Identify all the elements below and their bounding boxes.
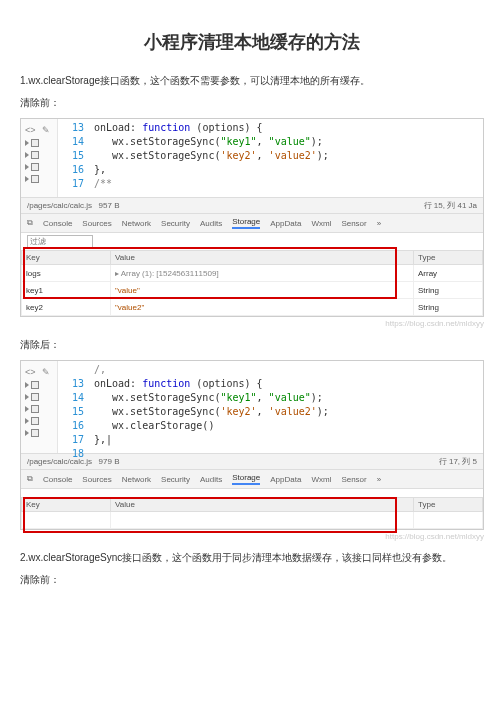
tab-audits[interactable]: Audits <box>200 219 222 228</box>
tree-item-icon[interactable] <box>31 429 39 437</box>
section2-intro: 2.wx.clearStorageSync接口函数，这个函数用于同步清理本地数据… <box>20 551 484 565</box>
col-type[interactable]: Type <box>414 498 483 512</box>
pencil-icon[interactable]: ✎ <box>42 125 50 135</box>
file-path: /pages/calc/calc.js <box>27 457 92 466</box>
nav-arrows-icon[interactable]: <> <box>25 367 36 377</box>
table-row[interactable]: key1"value"String <box>22 282 483 299</box>
ide-screenshot-2: <>✎ 13 14 15 16 17 18 /, onLoad: functio… <box>20 360 484 530</box>
tab-storage[interactable]: Storage <box>232 473 260 485</box>
file-status-bar: /pages/calc/calc.js 979 B 行 17, 列 5 <box>21 453 483 469</box>
tab-sensor[interactable]: Sensor <box>341 475 366 484</box>
code-editor[interactable]: onLoad: function (options) { wx.setStora… <box>90 119 483 197</box>
table-row[interactable]: key2"value2"String <box>22 299 483 316</box>
watermark: https://blog.csdn.net/mldxyy <box>20 532 484 541</box>
filter-input[interactable] <box>27 235 93 248</box>
tab-network[interactable]: Network <box>122 475 151 484</box>
tree-expand-icon[interactable] <box>25 430 29 436</box>
file-size: 957 B <box>99 201 120 210</box>
line-numbers: 13 14 15 16 17 18 <box>58 361 90 453</box>
tab-console[interactable]: Console <box>43 219 72 228</box>
devtools-tabs: ⧉ Console Sources Network Security Audit… <box>21 469 483 488</box>
tree-item-icon[interactable] <box>31 139 39 147</box>
file-size: 979 B <box>99 457 120 466</box>
after-label-1: 清除后： <box>20 338 484 352</box>
tree-expand-icon[interactable] <box>25 382 29 388</box>
cursor-position: 行 17, 列 5 <box>439 456 477 467</box>
table-row <box>22 512 483 529</box>
file-tree-gutter: <>✎ <box>21 119 58 197</box>
tree-expand-icon[interactable] <box>25 152 29 158</box>
col-key[interactable]: Key <box>22 251 111 265</box>
tab-storage[interactable]: Storage <box>232 217 260 229</box>
devtools-tabs: ⧉ Console Sources Network Security Audit… <box>21 213 483 232</box>
devtools-elements-icon[interactable]: ⧉ <box>27 474 33 484</box>
tab-security[interactable]: Security <box>161 475 190 484</box>
tab-more-icon[interactable]: » <box>377 219 381 228</box>
tree-item-icon[interactable] <box>31 393 39 401</box>
tree-expand-icon[interactable] <box>25 164 29 170</box>
code-editor[interactable]: /, onLoad: function (options) { wx.setSt… <box>90 361 483 453</box>
watermark: https://blog.csdn.net/mldxyy <box>20 319 484 328</box>
file-status-bar: /pages/calc/calc.js 957 B 行 15, 列 41 Ja <box>21 197 483 213</box>
table-row[interactable]: logs▸ Array (1): [1524563111509]Array <box>22 265 483 282</box>
devtools-elements-icon[interactable]: ⧉ <box>27 218 33 228</box>
tab-wxml[interactable]: Wxml <box>311 219 331 228</box>
tab-console[interactable]: Console <box>43 475 72 484</box>
tab-more-icon[interactable]: » <box>377 475 381 484</box>
file-path: /pages/calc/calc.js <box>27 201 92 210</box>
col-key[interactable]: Key <box>22 498 111 512</box>
tree-item-icon[interactable] <box>31 175 39 183</box>
before-label-1: 清除前： <box>20 96 484 110</box>
storage-table: Key Value Type logs▸ Array (1): [1524563… <box>21 250 483 316</box>
tab-sources[interactable]: Sources <box>82 475 111 484</box>
page-title: 小程序清理本地缓存的方法 <box>20 30 484 54</box>
col-type[interactable]: Type <box>414 251 483 265</box>
nav-arrows-icon[interactable]: <> <box>25 125 36 135</box>
tab-wxml[interactable]: Wxml <box>311 475 331 484</box>
tree-item-icon[interactable] <box>31 417 39 425</box>
storage-table-empty: Key Value Type <box>21 497 483 529</box>
tree-expand-icon[interactable] <box>25 418 29 424</box>
file-tree-gutter: <>✎ <box>21 361 58 453</box>
tree-expand-icon[interactable] <box>25 406 29 412</box>
tab-security[interactable]: Security <box>161 219 190 228</box>
tab-audits[interactable]: Audits <box>200 475 222 484</box>
tab-sources[interactable]: Sources <box>82 219 111 228</box>
tree-expand-icon[interactable] <box>25 394 29 400</box>
tree-item-icon[interactable] <box>31 405 39 413</box>
tree-item-icon[interactable] <box>31 151 39 159</box>
tab-appdata[interactable]: AppData <box>270 475 301 484</box>
pencil-icon[interactable]: ✎ <box>42 367 50 377</box>
tree-item-icon[interactable] <box>31 163 39 171</box>
tree-expand-icon[interactable] <box>25 176 29 182</box>
before-label-2: 清除前： <box>20 573 484 587</box>
tree-item-icon[interactable] <box>31 381 39 389</box>
section1-intro: 1.wx.clearStorage接口函数，这个函数不需要参数，可以清理本地的所… <box>20 74 484 88</box>
col-value[interactable]: Value <box>111 498 414 512</box>
tab-network[interactable]: Network <box>122 219 151 228</box>
tab-sensor[interactable]: Sensor <box>341 219 366 228</box>
ide-screenshot-1: <>✎ 13 14 15 16 17 onLoad: function (opt… <box>20 118 484 317</box>
tree-expand-icon[interactable] <box>25 140 29 146</box>
cursor-position: 行 15, 列 41 Ja <box>424 200 477 211</box>
line-numbers: 13 14 15 16 17 <box>58 119 90 197</box>
tab-appdata[interactable]: AppData <box>270 219 301 228</box>
col-value[interactable]: Value <box>111 251 414 265</box>
